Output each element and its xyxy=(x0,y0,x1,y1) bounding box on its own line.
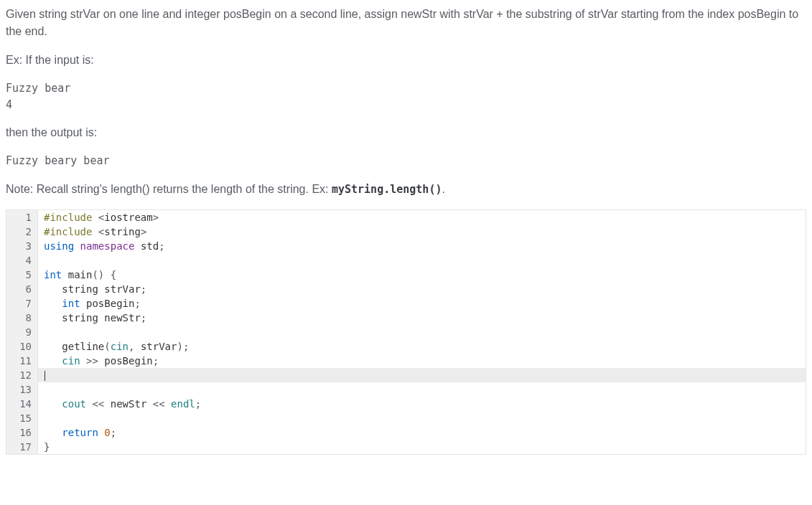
code-editor[interactable]: 1#include <iostream>2#include <string>3u… xyxy=(6,209,806,455)
line-number: 16 xyxy=(6,425,38,440)
code-line[interactable]: 17} xyxy=(6,440,806,454)
example-input-block: Fuzzy bear 4 xyxy=(6,80,806,113)
line-number: 3 xyxy=(6,239,38,253)
code-content[interactable]: #include <iostream> xyxy=(38,210,806,225)
note-suffix: . xyxy=(442,183,444,195)
code-line[interactable]: 4 xyxy=(6,253,806,268)
code-content[interactable] xyxy=(38,368,806,382)
code-content[interactable]: using namespace std; xyxy=(38,239,806,253)
code-line[interactable]: 9 xyxy=(6,325,806,339)
code-line[interactable]: 13 xyxy=(6,382,806,397)
line-number: 4 xyxy=(6,253,38,268)
code-content[interactable] xyxy=(38,382,806,397)
then-output-label: then the output is: xyxy=(6,124,806,141)
code-line[interactable]: 1#include <iostream> xyxy=(6,210,806,225)
example-input-label: Ex: If the input is: xyxy=(6,52,806,69)
code-content[interactable]: string newStr; xyxy=(38,311,806,325)
code-line[interactable]: 5int main() { xyxy=(6,268,806,282)
code-line[interactable]: 3using namespace std; xyxy=(6,239,806,253)
code-content[interactable]: #include <string> xyxy=(38,225,806,239)
code-content[interactable] xyxy=(38,411,806,425)
code-content[interactable]: cin >> posBegin; xyxy=(38,354,806,368)
code-content[interactable] xyxy=(38,253,806,268)
line-number: 15 xyxy=(6,411,38,425)
code-line[interactable]: 6 string strVar; xyxy=(6,282,806,296)
code-content[interactable]: int posBegin; xyxy=(38,296,806,311)
code-line[interactable]: 2#include <string> xyxy=(6,225,806,239)
line-number: 5 xyxy=(6,268,38,282)
code-line[interactable]: 12 xyxy=(6,368,806,382)
note-code: myString.length() xyxy=(332,183,442,196)
line-number: 17 xyxy=(6,440,38,454)
code-content[interactable]: int main() { xyxy=(38,268,806,282)
code-content[interactable]: string strVar; xyxy=(38,282,806,296)
example-output-line: Fuzzy beary bear xyxy=(6,154,110,167)
example-output-block: Fuzzy beary bear xyxy=(6,153,806,169)
description-text: Given string strVar on one line and inte… xyxy=(6,6,806,40)
code-content[interactable] xyxy=(38,325,806,339)
line-number: 2 xyxy=(6,225,38,239)
line-number: 11 xyxy=(6,354,38,368)
code-line[interactable]: 7 int posBegin; xyxy=(6,296,806,311)
example-input-line-1: Fuzzy bear xyxy=(6,82,70,95)
code-content[interactable]: cout << newStr << endl; xyxy=(38,397,806,411)
example-input-line-2: 4 xyxy=(6,98,12,111)
line-number: 8 xyxy=(6,311,38,325)
code-content[interactable]: } xyxy=(38,440,806,454)
line-number: 12 xyxy=(6,368,38,382)
code-content[interactable]: getline(cin, strVar); xyxy=(38,339,806,354)
problem-statement: Given string strVar on one line and inte… xyxy=(6,6,806,198)
code-line[interactable]: 11 cin >> posBegin; xyxy=(6,354,806,368)
text-cursor xyxy=(45,371,45,381)
line-number: 1 xyxy=(6,210,38,225)
code-line[interactable]: 8 string newStr; xyxy=(6,311,806,325)
line-number: 6 xyxy=(6,282,38,296)
code-line[interactable]: 16 return 0; xyxy=(6,425,806,440)
code-line[interactable]: 14 cout << newStr << endl; xyxy=(6,397,806,411)
note-text: Note: Recall string's length() returns t… xyxy=(6,181,806,198)
line-number: 14 xyxy=(6,397,38,411)
line-number: 10 xyxy=(6,339,38,354)
line-number: 13 xyxy=(6,382,38,397)
line-number: 7 xyxy=(6,296,38,311)
line-number: 9 xyxy=(6,325,38,339)
code-line[interactable]: 15 xyxy=(6,411,806,425)
note-prefix: Note: Recall string's length() returns t… xyxy=(6,183,332,195)
code-line[interactable]: 10 getline(cin, strVar); xyxy=(6,339,806,354)
code-content[interactable]: return 0; xyxy=(38,425,806,440)
